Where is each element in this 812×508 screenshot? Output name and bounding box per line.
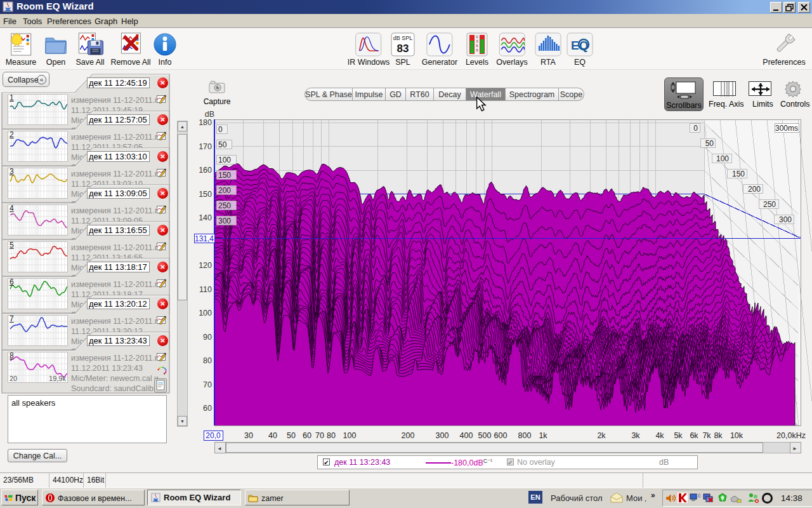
svg-text:300ms: 300ms: [775, 124, 798, 133]
svg-text:170: 170: [199, 142, 212, 151]
svg-text:6k: 6k: [690, 431, 698, 440]
svg-text:50: 50: [287, 431, 296, 440]
svg-text:5k: 5k: [674, 431, 683, 440]
svg-text:150: 150: [199, 190, 212, 199]
svg-text:110: 110: [199, 285, 212, 294]
svg-text:dB: dB: [205, 110, 214, 119]
svg-text:3k: 3k: [631, 431, 640, 440]
svg-text:100: 100: [716, 154, 729, 163]
svg-text:150: 150: [732, 170, 745, 178]
svg-text:500: 500: [478, 431, 492, 440]
svg-text:180: 180: [199, 118, 212, 127]
svg-text:400: 400: [460, 431, 473, 440]
svg-text:0: 0: [693, 124, 698, 133]
svg-text:70: 70: [315, 431, 324, 440]
svg-text:250: 250: [218, 201, 231, 210]
svg-text:200: 200: [748, 185, 761, 194]
svg-text:83: 83: [397, 43, 409, 55]
svg-text:60: 60: [203, 404, 212, 413]
svg-text:300: 300: [779, 215, 792, 224]
svg-text:131,4: 131,4: [195, 234, 214, 243]
svg-text:160: 160: [199, 166, 212, 175]
svg-text:30: 30: [244, 431, 253, 440]
svg-text:8k: 8k: [714, 431, 723, 440]
svg-text:300: 300: [218, 217, 231, 225]
svg-text:dB SPL: dB SPL: [393, 35, 413, 41]
svg-text:80: 80: [327, 431, 336, 440]
svg-text:60: 60: [303, 431, 311, 440]
svg-text:►: ►: [792, 446, 797, 451]
svg-text:300: 300: [436, 431, 449, 440]
svg-text:10k: 10k: [730, 431, 743, 440]
svg-text:100: 100: [218, 156, 231, 164]
svg-text:250: 250: [763, 200, 776, 209]
svg-text:120: 120: [199, 261, 212, 270]
svg-text:4k: 4k: [655, 431, 664, 440]
svg-text:50: 50: [705, 139, 714, 148]
svg-text:7k: 7k: [702, 431, 711, 440]
svg-text:50: 50: [218, 140, 227, 149]
svg-text:200: 200: [402, 431, 415, 440]
svg-text:200: 200: [218, 186, 231, 195]
svg-text:80: 80: [203, 356, 212, 365]
svg-text:0: 0: [218, 125, 223, 134]
svg-text:600: 600: [494, 431, 508, 440]
svg-text:800: 800: [518, 431, 532, 440]
svg-text:100: 100: [199, 309, 212, 318]
svg-text:20,0: 20,0: [206, 431, 221, 440]
svg-text:140: 140: [199, 213, 212, 222]
svg-text:150: 150: [218, 171, 231, 180]
svg-text:2k: 2k: [597, 431, 606, 440]
svg-text:90: 90: [203, 333, 212, 342]
svg-text:1k: 1k: [539, 431, 547, 440]
svg-text:70: 70: [203, 380, 212, 389]
svg-text:40: 40: [268, 431, 277, 440]
svg-text:20,0kHz: 20,0kHz: [776, 431, 806, 440]
svg-text:100: 100: [343, 431, 357, 440]
svg-text:◄: ◄: [217, 446, 222, 451]
